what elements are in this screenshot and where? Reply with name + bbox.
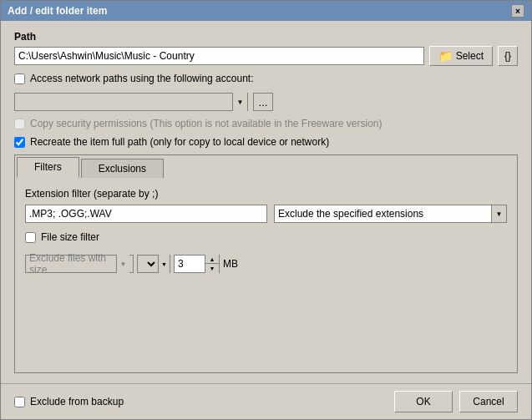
dialog-window: Add / edit folder item × Path 📁 Select {… [0,0,532,420]
operator-select[interactable]: > < = >= <= [138,256,158,272]
filesize-number-input[interactable] [175,256,205,272]
network-access-checkbox[interactable] [14,73,25,84]
title-bar: Add / edit folder item × [1,1,531,21]
filesize-controls: Exclude files with size ▼ > < = >= <= [25,255,507,273]
footer-right: OK Cancel [394,391,518,412]
braces-button[interactable]: {} [498,46,518,66]
path-input[interactable] [14,47,424,65]
dialog-footer: Exclude from backup OK Cancel [1,383,531,419]
path-label: Path [14,31,518,43]
filesize-checkbox-row: File size filter [25,231,507,243]
dialog-body: Path 📁 Select {} Access network paths us… [1,21,531,383]
filesize-filter-checkbox[interactable] [25,232,36,243]
extension-filter-row: Exclude the specified extensions ▼ [25,205,507,223]
exclude-dropdown-arrow[interactable]: ▼ [491,205,506,222]
tabs-header: Filters Exclusions [15,155,517,178]
recreate-path-label: Recreate the item full path (only for co… [30,136,329,148]
dialog-title: Add / edit folder item [8,5,107,17]
close-button[interactable]: × [511,4,524,18]
operator-dropdown-arrow[interactable]: ▼ [158,255,170,273]
account-dropdown-arrow[interactable]: ▼ [232,93,247,111]
tab-filters[interactable]: Filters [17,157,79,178]
account-browse-button[interactable]: ... [253,93,273,111]
network-access-row: Access network paths using the following… [14,73,518,84]
filesize-dropdown-text: Exclude files with size [29,252,116,276]
exclude-from-backup-checkbox[interactable] [14,397,25,407]
ok-button[interactable]: OK [394,391,453,412]
copy-permissions-row: Copy security permissions (This option i… [14,118,518,129]
spin-buttons: ▲ ▼ [205,255,219,273]
braces-label: {} [504,50,511,62]
extension-filter-label: Extension filter (separate by ;) [25,188,507,200]
cancel-button[interactable]: Cancel [459,391,518,412]
select-button[interactable]: 📁 Select [429,46,493,66]
exclude-from-backup-label: Exclude from backup [30,396,124,407]
path-section: Path 📁 Select {} [14,31,518,66]
recreate-path-checkbox[interactable] [14,137,25,148]
filesize-dropdown-arrow[interactable]: ▼ [116,255,129,273]
copy-permissions-label: Copy security permissions (This option i… [30,118,383,129]
spin-up-button[interactable]: ▲ [205,255,219,264]
tabs-container: Filters Exclusions Extension filter (sep… [14,154,518,373]
filesize-filter-label: File size filter [41,231,99,243]
network-access-label: Access network paths using the following… [30,73,253,84]
tab-exclusions[interactable]: Exclusions [81,159,164,178]
number-input-wrapper: ▲ ▼ [174,255,220,273]
spin-down-button[interactable]: ▼ [205,264,219,273]
folder-icon: 📁 [438,49,453,63]
recreate-path-row: Recreate the item full path (only for co… [14,136,518,148]
exclude-dropdown-wrapper: Exclude the specified extensions ▼ [274,205,507,223]
account-dropdown-row: ▼ ... [14,93,518,111]
footer-left: Exclude from backup [14,396,124,407]
copy-permissions-checkbox[interactable] [14,119,25,129]
mb-label: MB [223,258,238,270]
extension-filter-input[interactable] [25,205,267,223]
filesize-dropdown[interactable]: Exclude files with size ▼ [25,255,134,273]
filesize-section: File size filter Exclude files with size… [25,231,507,273]
operator-wrapper: > < = >= <= ▼ [137,255,170,273]
select-label: Select [456,50,484,62]
exclude-dropdown-value: Exclude the specified extensions [275,206,491,221]
path-row: 📁 Select {} [14,46,518,66]
filters-tab-content: Extension filter (separate by ;) Exclude… [15,178,517,372]
